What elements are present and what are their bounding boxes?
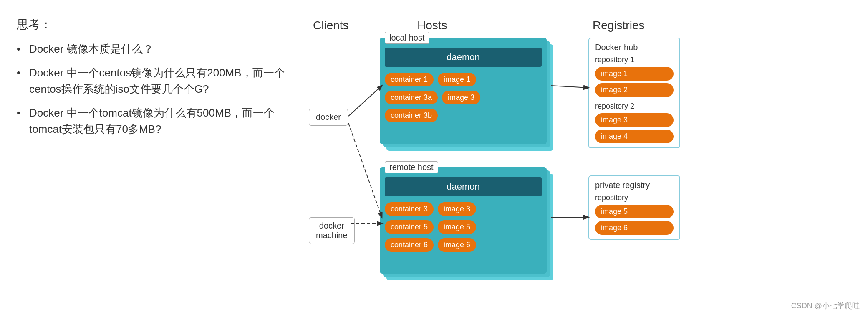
think-label: 思考： [17, 17, 300, 33]
remote-row-2: container 5 image 5 [385, 220, 542, 234]
remote-daemon-bar: daemon [385, 177, 542, 196]
diagram-container: Clients Hosts Registries docker dockerma… [300, 13, 851, 302]
repo1-image1: image 1 [595, 67, 674, 81]
docker-client-label: docker [316, 112, 341, 122]
private-registry-box: private registry repository image 5 imag… [588, 175, 680, 240]
repo2-label: repository 2 [595, 102, 674, 111]
bullet-list: Docker 镜像本质是什么？ Docker 中一个centos镜像为什么只有2… [17, 41, 300, 137]
local-container-3b: container 3b [385, 109, 438, 122]
local-daemon-bar: daemon [385, 48, 542, 67]
remote-host-group: remote host daemon container 3 image 3 c… [380, 167, 555, 280]
private-registry-label: private registry [595, 180, 674, 190]
private-image5: image 5 [595, 205, 674, 218]
docker-machine-label: dockermachine [316, 221, 348, 240]
remote-image-6: image 6 [438, 238, 476, 252]
repo2-image4: image 4 [595, 130, 674, 143]
remote-host-main-box: remote host daemon container 3 image 3 c… [380, 167, 547, 274]
remote-host-label: remote host [389, 163, 434, 172]
remote-image-5: image 5 [438, 220, 476, 234]
svg-line-1 [348, 123, 382, 217]
private-image6: image 6 [595, 221, 674, 235]
bullet-item-3: Docker 中一个tomcat镜像为什么有500MB，而一个tomcat安装包… [17, 105, 300, 137]
docker-hub-box: Docker hub repository 1 image 1 image 2 … [588, 38, 680, 148]
right-panel: Clients Hosts Registries docker dockerma… [300, 13, 851, 302]
col-header-clients: Clients [313, 19, 349, 32]
remote-container-6: container 6 [385, 238, 434, 252]
svg-line-3 [551, 86, 588, 88]
local-container-3a: container 3a [385, 91, 438, 104]
local-image-3: image 3 [442, 91, 480, 104]
remote-daemon-label: daemon [447, 181, 480, 192]
local-container-1: container 1 [385, 73, 434, 86]
col-header-hosts: Hosts [417, 19, 447, 32]
repo1-label: repository 1 [595, 56, 674, 64]
local-image-1: image 1 [438, 73, 476, 86]
repo1-image2: image 2 [595, 83, 674, 97]
remote-image-3: image 3 [438, 202, 476, 216]
bullet-item-2: Docker 中一个centos镜像为什么只有200MB，而一个centos操作… [17, 65, 300, 97]
local-host-label: local host [389, 33, 425, 42]
local-host-main-box: local host daemon container 1 image 1 co… [380, 38, 547, 144]
remote-host-label-box: remote host [385, 161, 438, 173]
private-repo-label: repository [595, 193, 674, 202]
left-panel: 思考： Docker 镜像本质是什么？ Docker 中一个centos镜像为什… [17, 13, 300, 302]
watermark: CSDN @小七学爬哇 [791, 301, 860, 311]
local-host-label-box: local host [385, 32, 429, 44]
local-row-3: container 3b [385, 109, 542, 122]
remote-row-3: container 6 image 6 [385, 238, 542, 252]
remote-container-5: container 5 [385, 220, 434, 234]
local-row-2: container 3a image 3 [385, 91, 542, 104]
remote-row-1: container 3 image 3 [385, 202, 542, 216]
bullet-item-1: Docker 镜像本质是什么？ [17, 41, 300, 57]
remote-container-3: container 3 [385, 202, 434, 216]
local-host-group: local host daemon container 1 image 1 co… [380, 38, 555, 150]
local-daemon-label: daemon [447, 52, 480, 62]
docker-machine-box: dockermachine [309, 217, 355, 244]
local-row-1: container 1 image 1 [385, 73, 542, 86]
col-header-registries: Registries [593, 19, 644, 32]
docker-hub-label: Docker hub [595, 43, 674, 52]
docker-client-box: docker [309, 109, 348, 126]
repo2-image3: image 3 [595, 113, 674, 127]
svg-line-0 [348, 86, 382, 116]
